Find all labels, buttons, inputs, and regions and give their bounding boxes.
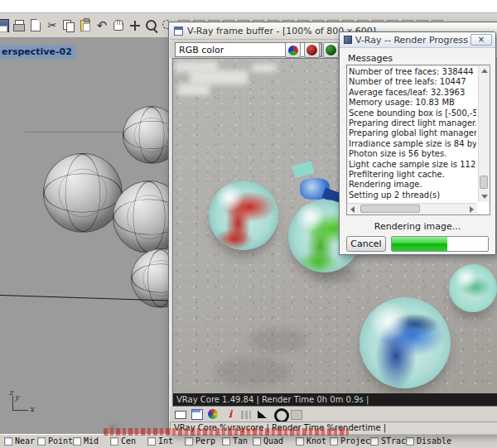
color-sphere-icon[interactable] xyxy=(207,408,220,420)
undo-icon[interactable]: ↶ xyxy=(95,19,109,32)
osnap-point[interactable]: Point xyxy=(37,436,73,446)
export-page-icon[interactable] xyxy=(31,19,41,31)
messages-label: Messages xyxy=(348,53,393,64)
message-line: Photon size is 56 bytes. xyxy=(349,149,476,159)
cancel-button[interactable]: Cancel xyxy=(346,236,386,252)
scroll-up-icon[interactable] xyxy=(481,69,488,73)
scrollbar-thumb[interactable] xyxy=(360,205,420,213)
screenshot-root: ✂ ↶ erspective-02 xyxy=(0,0,497,448)
paste-icon[interactable] xyxy=(80,20,90,31)
message-line: Irradiance sample size is 84 bytes xyxy=(349,139,476,149)
green-channel-button[interactable] xyxy=(323,42,339,58)
unrendered-block xyxy=(178,84,210,95)
info-icon[interactable]: i xyxy=(224,408,237,420)
window-icon xyxy=(174,26,183,36)
osnap-label: Quad xyxy=(263,436,283,446)
checkbox[interactable] xyxy=(222,437,230,446)
checkbox[interactable] xyxy=(110,437,118,446)
checkbox[interactable] xyxy=(296,437,304,446)
scroll-down-icon[interactable] xyxy=(481,195,488,199)
osnap-bar: NearPointMidCenIntPerpTanQuadKnotProject… xyxy=(0,434,497,448)
osnap-project[interactable]: Project xyxy=(330,436,375,446)
perspective-viewport[interactable]: erspective-02 z y x xyxy=(0,38,168,434)
copy-icon[interactable] xyxy=(62,19,75,32)
unrendered-block xyxy=(190,70,248,84)
progress-bar xyxy=(391,236,489,252)
sand-blotch xyxy=(248,328,307,353)
print-icon[interactable] xyxy=(12,19,26,32)
sand-blotch xyxy=(215,357,291,387)
checkbox[interactable] xyxy=(253,437,261,446)
histogram-icon[interactable] xyxy=(240,408,253,420)
vertical-scrollbar[interactable] xyxy=(478,65,490,202)
close-icon[interactable]: × xyxy=(470,34,492,46)
red-channel-button[interactable] xyxy=(304,42,320,58)
osnap-cen[interactable]: Cen xyxy=(110,436,136,446)
message-line: Preparing global light manager. xyxy=(349,128,476,138)
message-line: Prefiltering light cache. xyxy=(349,170,476,180)
checkbox[interactable] xyxy=(37,437,46,446)
message-line: Number of tree faces: 338444 xyxy=(349,67,476,77)
osnap-label: Near xyxy=(15,436,35,446)
region-render-icon[interactable] xyxy=(273,408,287,420)
checkbox[interactable] xyxy=(147,437,156,446)
zoom-in-icon[interactable] xyxy=(145,19,158,32)
message-line: Scene bounding box is [-500,-500,-1.117 xyxy=(349,108,476,118)
osnap-perp[interactable]: Perp xyxy=(185,436,215,446)
unrendered-block xyxy=(252,64,277,72)
red-watermark xyxy=(104,428,349,436)
checkbox[interactable] xyxy=(4,437,12,446)
osnap-knot[interactable]: Knot xyxy=(296,436,326,446)
checkbox[interactable] xyxy=(370,437,379,446)
scroll-right-icon[interactable] xyxy=(470,206,474,213)
menu-strip xyxy=(0,0,497,13)
duplicate-buffer-icon[interactable] xyxy=(174,408,187,420)
osnap-label: Knot xyxy=(306,436,326,446)
blue-marble xyxy=(359,297,451,388)
message-line: Preparing direct light manager. xyxy=(349,118,476,128)
pan-hand-icon[interactable] xyxy=(113,20,123,31)
osnap-quad[interactable]: Quad xyxy=(253,436,283,446)
rotate-view-icon[interactable] xyxy=(128,19,142,32)
osnap-strack[interactable]: STrack xyxy=(370,436,411,446)
message-line: Rendering image. xyxy=(349,180,476,190)
save-icon[interactable] xyxy=(0,19,9,32)
glass-shard xyxy=(292,161,314,178)
curves-icon[interactable] xyxy=(257,408,270,420)
message-line: Average faces/leaf: 32.3963 xyxy=(349,88,476,98)
osnap-label: Perp xyxy=(195,436,215,446)
messages-list: Number of tree faces: 338444Number of tr… xyxy=(349,67,476,201)
save-image-icon[interactable] xyxy=(191,408,204,420)
cut-icon[interactable]: ✂ xyxy=(46,19,59,32)
osnap-mid[interactable]: Mid xyxy=(73,436,99,446)
wireframe-sphere xyxy=(123,106,168,164)
message-line: Setting up 2 thread(s) xyxy=(349,190,476,200)
message-line: Light cache sample size is 112 bytes. xyxy=(349,160,476,170)
checkbox[interactable] xyxy=(185,437,193,446)
checkbox[interactable] xyxy=(330,437,338,446)
horizontal-scrollbar[interactable] xyxy=(347,203,477,214)
message-line: Number of tree leafs: 10447 xyxy=(349,77,476,87)
frame-buffer-toolbar: i xyxy=(170,407,497,422)
viewport-label[interactable]: erspective-02 xyxy=(0,46,75,59)
osnap-label: Mid xyxy=(84,436,99,446)
red-marble xyxy=(209,181,278,250)
scrollbar-thumb[interactable] xyxy=(480,176,488,189)
checkbox[interactable] xyxy=(406,437,414,446)
progress-fill xyxy=(392,237,447,251)
render-progress-dialog: V-Ray -- Render Progress × Messages Numb… xyxy=(339,31,496,255)
osnap-label: Disable xyxy=(417,436,451,446)
scroll-left-icon[interactable] xyxy=(350,206,355,213)
axis-z-label: z xyxy=(9,388,13,397)
osnap-label: Cen xyxy=(121,436,136,446)
osnap-int[interactable]: Int xyxy=(147,436,173,446)
stamp-icon[interactable] xyxy=(290,408,303,420)
vray-icon xyxy=(344,36,352,44)
osnap-disable[interactable]: Disable xyxy=(406,436,451,446)
checkbox[interactable] xyxy=(73,437,81,446)
rgb-channels-button[interactable] xyxy=(285,42,301,58)
osnap-tan[interactable]: Tan xyxy=(222,436,248,446)
message-line: Memory usage: 10.83 MB xyxy=(349,98,476,108)
osnap-near[interactable]: Near xyxy=(4,436,35,446)
wireframe-sphere xyxy=(43,153,123,233)
